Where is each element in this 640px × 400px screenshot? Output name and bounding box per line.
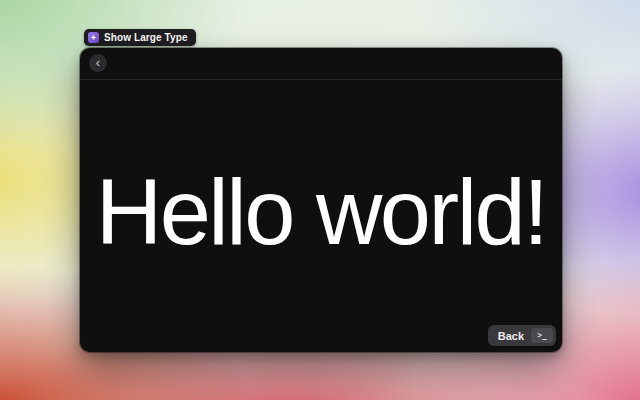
shortcut-keycap-icon: >_ [531, 328, 553, 343]
large-type-area: Hello world! [80, 80, 562, 352]
command-title-badge: ✦ Show Large Type [84, 29, 196, 46]
footer-back-label: Back [498, 330, 524, 342]
command-title-label: Show Large Type [104, 32, 188, 43]
large-type-window: ‹ Hello world! Back >_ [80, 48, 562, 352]
command-icon: ✦ [88, 32, 99, 43]
chevron-left-icon: ‹ [96, 56, 100, 69]
large-type-text: Hello world! [96, 166, 547, 258]
footer-back-button[interactable]: Back >_ [488, 325, 556, 346]
window-header: ‹ [80, 48, 562, 80]
back-button[interactable]: ‹ [89, 54, 107, 72]
